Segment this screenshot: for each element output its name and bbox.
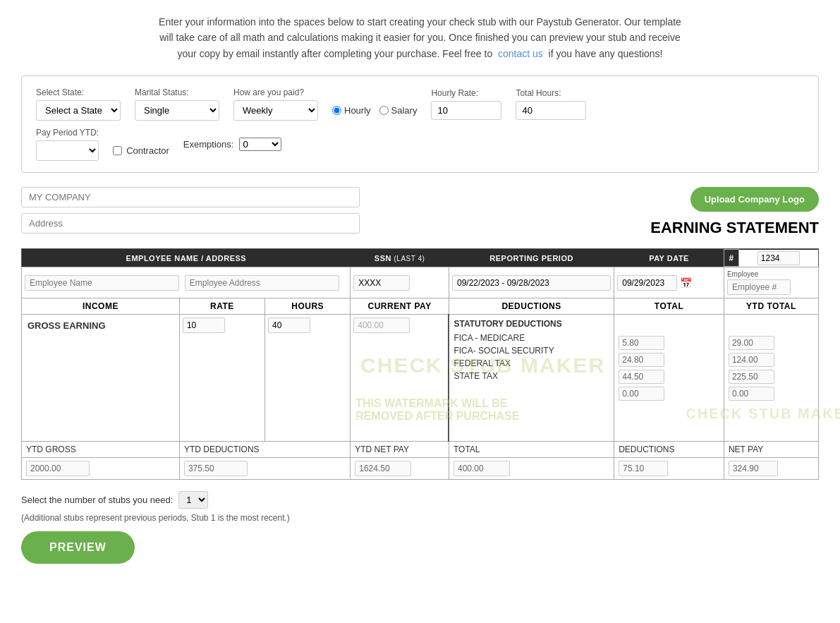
contact-us-link[interactable]: contact us <box>498 48 543 59</box>
fica-medicare-total-input[interactable]: 5.80 <box>619 336 664 350</box>
pay-date-cell: 09/29/2023 📅 <box>614 267 724 298</box>
ytd-values-row: 2000.00 375.50 1624.50 400.00 75.10 324.… <box>22 458 819 480</box>
hash-cell-header: # 1234 <box>724 249 818 267</box>
salary-radio-label[interactable]: Salary <box>379 105 418 116</box>
how-paid-label: How are you paid? <box>233 87 318 97</box>
column-headers-row: INCOME RATE HOURS CURRENT PAY DEDUCTIONS… <box>22 298 819 315</box>
contractor-checkbox[interactable] <box>113 146 122 155</box>
ytd-total-col-header: YTD TOTAL <box>724 298 818 315</box>
select-state-group: Select State: Select a State Alabama Ala… <box>36 87 121 121</box>
marital-status-label: Marital Status: <box>135 87 219 97</box>
rate-col-header: RATE <box>179 298 264 315</box>
upload-logo-button[interactable]: Upload Company Logo <box>690 187 819 212</box>
current-pay-input[interactable]: 400.00 <box>353 317 410 333</box>
company-name-input[interactable] <box>21 187 360 207</box>
ytd-gross-input[interactable]: 2000.00 <box>26 461 90 476</box>
marital-status-group: Marital Status: Single Married <box>135 87 219 121</box>
federal-tax-total-input[interactable]: 44.50 <box>619 370 664 384</box>
stubs-note: (Additional stubs represent previous per… <box>21 513 819 523</box>
deductions-total-cell: 5.80 24.80 44.50 0.00 <box>614 315 724 442</box>
salary-radio[interactable] <box>379 106 389 115</box>
contractor-label: Contractor <box>126 145 169 156</box>
fica-ss-ytd-input[interactable]: 124.00 <box>729 353 774 367</box>
select-state-label: Select State: <box>36 87 121 97</box>
hours-input[interactable]: 40 <box>268 317 310 333</box>
fica-ss-total-input[interactable]: 24.80 <box>619 353 664 367</box>
total-hours-group: Total Hours: 40 <box>516 88 586 120</box>
hourly-rate-label: Hourly Rate: <box>431 88 501 98</box>
federal-tax-row: FEDERAL TAX <box>454 358 609 368</box>
total-hours-input[interactable]: 40 <box>516 101 586 120</box>
settings-panel: Select State: Select a State Alabama Ala… <box>21 75 819 173</box>
company-address-input[interactable] <box>21 213 360 234</box>
ssn-input[interactable]: XXXX <box>353 275 410 291</box>
reporting-period-input[interactable]: 09/22/2023 - 09/28/2023 <box>452 275 611 291</box>
ytd-gross-value-cell: 2000.00 <box>22 458 180 480</box>
pay-date-input[interactable]: 09/29/2023 <box>617 275 677 291</box>
exemptions-label: Exemptions: <box>183 139 234 150</box>
net-pay-input[interactable]: 324.90 <box>729 461 778 476</box>
employee-name-input[interactable] <box>25 275 179 291</box>
fica-medicare-ytd-input[interactable]: 29.00 <box>729 336 774 350</box>
stub-table: EMPLOYEE NAME / ADDRESS SSN (LAST 4) REP… <box>21 248 819 480</box>
calendar-icon[interactable]: 📅 <box>680 277 692 289</box>
select-state-dropdown[interactable]: Select a State Alabama Alaska California… <box>36 100 121 121</box>
employee-name-cell <box>22 267 351 298</box>
hourly-rate-group: Hourly Rate: 10 <box>431 88 501 120</box>
hash-symbol: # <box>724 250 738 267</box>
select-stubs-label: Select the number of stubs you need: <box>21 495 173 505</box>
state-tax-row: STATE TAX <box>454 371 609 381</box>
intro-text-4: if you have any questions! <box>549 48 663 59</box>
deductions-input[interactable]: 75.10 <box>619 461 668 476</box>
ssn-header: SSN (LAST 4) <box>351 249 449 267</box>
rate-input[interactable]: 10 <box>183 317 225 333</box>
total-input[interactable]: 400.00 <box>454 461 510 476</box>
intro-text-2: will take care of all math and calculati… <box>159 32 681 43</box>
income-col-header: INCOME <box>22 298 180 315</box>
exemptions-dropdown[interactable]: 0 1 2 3 <box>239 138 281 151</box>
reporting-period-header: REPORTING PERIOD <box>449 249 614 267</box>
ytd-deductions-input[interactable]: 375.50 <box>184 461 248 476</box>
statutory-deductions-label: STATUTORY DEDUCTIONS <box>454 319 609 329</box>
employee-address-input[interactable] <box>185 275 339 291</box>
pay-period-ytd-group: Pay Period YTD: <box>36 128 99 161</box>
employee-info-row: XXXX 09/22/2023 - 09/28/2023 09/29/2023 … <box>22 267 819 298</box>
ytd-net-pay-header: YTD NET PAY <box>351 442 449 458</box>
state-tax-total-input[interactable]: 0.00 <box>619 387 664 401</box>
deductions-value-cell: 75.10 <box>614 458 724 480</box>
ytd-deductions-value-cell: 375.50 <box>179 458 350 480</box>
employee-hash-cell: Employee <box>724 267 818 298</box>
marital-status-dropdown[interactable]: Single Married <box>135 100 219 121</box>
employee-label: Employee <box>727 270 815 278</box>
current-pay-col-header: CURRENT PAY <box>351 298 449 315</box>
total-hours-label: Total Hours: <box>516 88 586 98</box>
state-tax-ytd-input[interactable]: 0.00 <box>729 387 774 401</box>
net-pay-value-cell: 324.90 <box>724 458 818 480</box>
contractor-group: Contractor <box>113 145 169 156</box>
employee-name-address-header: EMPLOYEE NAME / ADDRESS <box>22 249 351 267</box>
main-data-row: GROSS EARNING 10 40 400.00 CHECK STUB MA… <box>22 315 819 442</box>
stubs-count-dropdown[interactable]: 1 2 3 4 5 <box>178 491 208 509</box>
gross-earning-label: GROSS EARNING <box>22 315 180 442</box>
hours-cell: 40 <box>265 315 351 442</box>
stubs-select-row: Select the number of stubs you need: 1 2… <box>21 491 819 509</box>
pay-type-radio-group: Hourly Salary <box>332 105 417 116</box>
total-col-header: TOTAL <box>614 298 724 315</box>
hourly-radio-label[interactable]: Hourly <box>332 105 371 116</box>
hourly-rate-input[interactable]: 10 <box>431 101 501 120</box>
reporting-period-cell: 09/22/2023 - 09/28/2023 <box>449 267 614 298</box>
earning-statement-title: EARNING STATEMENT <box>650 219 819 237</box>
preview-button[interactable]: PREVIEW <box>21 531 135 564</box>
pay-period-ytd-dropdown[interactable] <box>36 140 99 161</box>
how-paid-dropdown[interactable]: Weekly Bi-Weekly Semi-Monthly Monthly <box>233 100 318 121</box>
deductions-col-header: DEDUCTIONS <box>449 298 614 315</box>
ytd-gross-header: YTD GROSS <box>22 442 180 458</box>
hash-number-input[interactable]: 1234 <box>757 251 800 265</box>
fica-ss-row: FICA- SOCIAL SECURITY <box>454 346 609 356</box>
hourly-radio[interactable] <box>332 106 341 115</box>
federal-tax-ytd-input[interactable]: 225.50 <box>729 370 774 384</box>
employee-hash-input[interactable] <box>727 279 791 295</box>
ytd-net-pay-input[interactable]: 1624.50 <box>355 461 411 476</box>
pay-period-ytd-label: Pay Period YTD: <box>36 128 99 138</box>
ytd-net-pay-value-cell: 1624.50 <box>351 458 449 480</box>
